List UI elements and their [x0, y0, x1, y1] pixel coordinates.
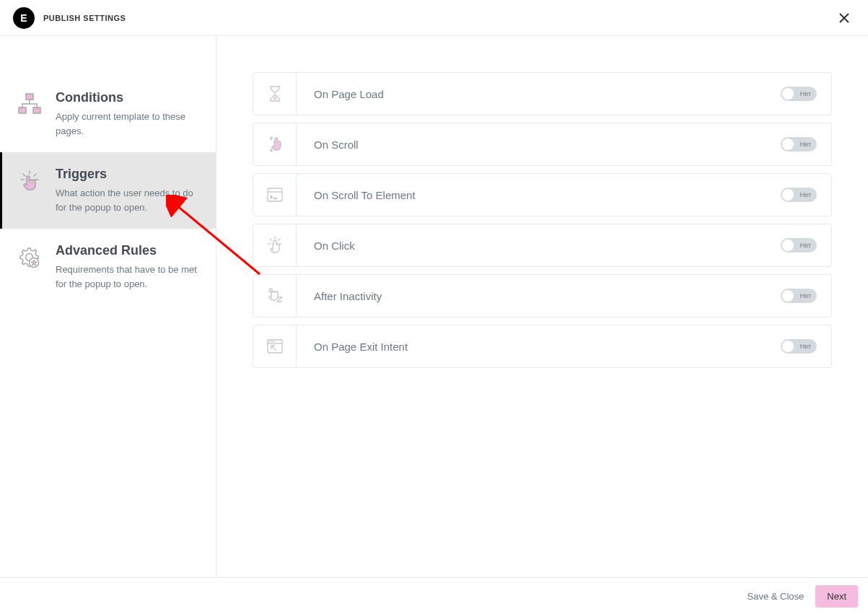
- header-left: E PUBLISH SETTINGS: [13, 7, 126, 29]
- sidebar-item-conditions[interactable]: Conditions Apply current template to the…: [0, 76, 216, 152]
- sidebar-item-text: Advanced Rules Requirements that have to…: [56, 243, 203, 291]
- hourglass-icon: [253, 73, 297, 115]
- toggle-label: Нет: [800, 242, 811, 249]
- svg-point-7: [269, 341, 271, 343]
- close-button[interactable]: [833, 10, 855, 26]
- toggle-wrap: Нет: [781, 238, 831, 253]
- footer: Save & Close Next: [0, 577, 868, 614]
- next-button[interactable]: Next: [815, 585, 858, 608]
- toggle-wrap: Нет: [781, 188, 831, 202]
- trigger-label: On Click: [297, 240, 781, 252]
- sidebar: Conditions Apply current template to the…: [0, 36, 216, 577]
- header: E PUBLISH SETTINGS: [0, 0, 868, 36]
- sidebar-item-desc: Requirements that have to be met for the…: [56, 263, 203, 291]
- page-title: PUBLISH SETTINGS: [43, 14, 126, 22]
- sidebar-item-title: Advanced Rules: [56, 243, 203, 258]
- toggle-wrap: Нет: [781, 339, 831, 354]
- sidebar-item-title: Triggers: [56, 167, 203, 182]
- toggle-scroll-to-element[interactable]: Нет: [781, 188, 817, 202]
- sidebar-item-desc: Apply current template to these pages.: [56, 110, 203, 138]
- toggle-page-load[interactable]: Нет: [781, 87, 817, 101]
- trigger-label: After Inactivity: [297, 290, 781, 302]
- svg-rect-1: [19, 108, 26, 113]
- trigger-row-scroll[interactable]: On Scroll Нет: [253, 123, 832, 166]
- sidebar-item-desc: What action the user needs to do for the…: [56, 186, 203, 214]
- toggle-exit-intent[interactable]: Нет: [781, 339, 817, 354]
- logo-text: E: [20, 12, 27, 24]
- trigger-row-click[interactable]: On Click Нет: [253, 224, 832, 267]
- toggle-click[interactable]: Нет: [781, 238, 817, 253]
- advanced-rules-icon: [15, 243, 44, 291]
- sidebar-item-text: Conditions Apply current template to the…: [56, 90, 203, 138]
- svg-point-9: [273, 341, 275, 343]
- inactivity-icon: [253, 275, 297, 317]
- toggle-wrap: Нет: [781, 137, 831, 152]
- layout: Conditions Apply current template to the…: [0, 36, 868, 577]
- sidebar-item-title: Conditions: [56, 90, 203, 105]
- svg-rect-5: [268, 188, 282, 201]
- close-icon: [839, 13, 849, 23]
- trigger-label: On Page Load: [297, 88, 781, 100]
- trigger-row-inactivity[interactable]: After Inactivity Нет: [253, 274, 832, 317]
- trigger-row-scroll-to-element[interactable]: On Scroll To Element Нет: [253, 173, 832, 216]
- svg-rect-2: [33, 108, 40, 113]
- toggle-label: Нет: [800, 141, 811, 148]
- toggle-wrap: Нет: [781, 87, 831, 101]
- click-icon: [253, 224, 297, 266]
- toggle-label: Нет: [800, 292, 811, 299]
- toggle-label: Нет: [800, 343, 811, 350]
- sidebar-item-triggers[interactable]: Triggers What action the user needs to d…: [0, 152, 216, 229]
- main-content: On Page Load Нет On Scroll Нет On Scroll…: [216, 36, 868, 577]
- trigger-label: On Scroll: [297, 139, 781, 151]
- conditions-icon: [15, 90, 44, 138]
- toggle-label: Нет: [800, 90, 811, 97]
- toggle-label: Нет: [800, 191, 811, 198]
- toggle-inactivity[interactable]: Нет: [781, 289, 817, 303]
- trigger-label: On Page Exit Intent: [297, 341, 781, 353]
- trigger-label: On Scroll To Element: [297, 189, 781, 201]
- toggle-scroll[interactable]: Нет: [781, 137, 817, 152]
- triggers-icon: [15, 167, 44, 214]
- terminal-icon: [253, 174, 297, 216]
- sidebar-item-advanced-rules[interactable]: Advanced Rules Requirements that have to…: [0, 229, 216, 305]
- svg-rect-0: [26, 94, 33, 100]
- sidebar-item-text: Triggers What action the user needs to d…: [56, 167, 203, 214]
- trigger-row-page-load[interactable]: On Page Load Нет: [253, 72, 832, 115]
- save-close-button[interactable]: Save & Close: [748, 591, 805, 602]
- app-logo: E: [13, 7, 35, 29]
- svg-point-8: [271, 341, 273, 343]
- exit-intent-icon: [253, 325, 297, 367]
- trigger-row-exit-intent[interactable]: On Page Exit Intent Нет: [253, 325, 832, 368]
- scroll-icon: [253, 123, 297, 165]
- toggle-wrap: Нет: [781, 289, 831, 303]
